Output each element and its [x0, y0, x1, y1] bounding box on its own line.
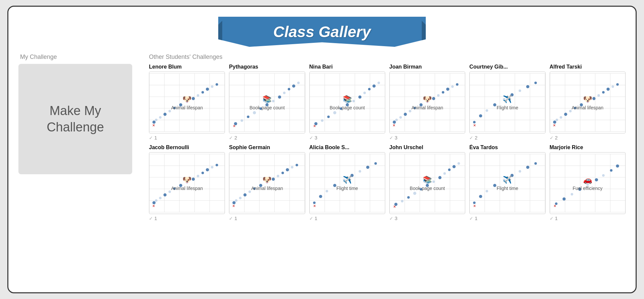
other-students-label: Other Students' Challenges — [149, 54, 626, 61]
student-chart: ×📚Book page count — [229, 72, 305, 133]
svg-point-146 — [592, 97, 595, 100]
svg-point-168 — [163, 193, 166, 196]
student-chart: ×📚Book page count — [389, 152, 465, 214]
student-card[interactable]: Pythagoras×📚Book page count✓2 — [229, 64, 305, 140]
svg-point-44 — [265, 103, 268, 106]
check-icon: ✓ — [389, 216, 393, 221]
student-name: Alicia Boole S... — [309, 144, 385, 151]
svg-point-166 — [155, 199, 158, 202]
svg-point-67 — [333, 111, 336, 114]
svg-point-94 — [413, 107, 416, 109]
svg-point-21 — [197, 94, 199, 97]
student-card[interactable]: Sophie Germain×🐶Animal lifespan✓1 — [229, 144, 305, 221]
svg-point-49 — [292, 85, 295, 88]
svg-point-98 — [437, 94, 440, 97]
svg-point-251 — [453, 165, 456, 168]
svg-point-272 — [519, 170, 521, 173]
svg-point-169 — [168, 191, 171, 193]
svg-point-224 — [350, 174, 353, 177]
svg-point-124 — [535, 82, 537, 84]
svg-point-205 — [296, 164, 298, 167]
student-name: Jacob Bernoulli — [149, 144, 225, 151]
student-card[interactable]: Alfred Tarski×🐶Animal lifespan✓2 — [550, 64, 626, 140]
banner: Class Gallery — [218, 13, 426, 50]
svg-point-294 — [602, 174, 605, 177]
svg-point-119 — [493, 103, 496, 106]
check-count: ✓1 — [229, 215, 305, 221]
svg-point-92 — [404, 113, 407, 116]
svg-point-197 — [253, 187, 256, 190]
svg-point-50 — [297, 82, 300, 84]
svg-point-24 — [211, 85, 214, 88]
student-card[interactable]: Nina Bari×📚Book page count✓3 — [309, 64, 385, 140]
banner-area: Class Gallery — [18, 13, 626, 50]
svg-point-199 — [266, 181, 268, 184]
svg-point-123 — [526, 85, 529, 88]
svg-point-223 — [343, 179, 345, 181]
check-number: 1 — [475, 215, 477, 221]
svg-point-91 — [399, 116, 402, 119]
check-icon: ✓ — [229, 135, 233, 140]
check-number: 1 — [315, 215, 317, 221]
student-card[interactable]: Alicia Boole S...×✈️Flight time✓1 — [309, 144, 385, 221]
svg-point-151 — [616, 83, 619, 86]
check-count: ✓3 — [389, 215, 465, 221]
svg-point-292 — [586, 183, 589, 186]
svg-point-273 — [526, 166, 529, 169]
check-icon: ✓ — [149, 135, 153, 140]
student-card[interactable]: Courtney Gib...×✈️Flight time✓2 — [469, 64, 545, 140]
student-card[interactable]: Joan Birman×🐶Animal lifespan✓3 — [389, 64, 465, 140]
svg-text:×: × — [233, 124, 236, 128]
svg-point-48 — [288, 88, 291, 91]
student-chart: ×🐶Animal lifespan — [229, 152, 305, 214]
svg-point-147 — [597, 94, 600, 97]
student-card[interactable]: John Urschel×📚Book page count✓3 — [389, 144, 465, 221]
student-name: Éva Tardos — [469, 144, 545, 151]
svg-point-17 — [173, 107, 176, 109]
svg-text:×: × — [393, 123, 395, 128]
svg-point-93 — [409, 110, 411, 113]
svg-point-47 — [283, 92, 286, 94]
svg-point-74 — [372, 85, 375, 88]
svg-point-118 — [486, 109, 488, 112]
svg-point-13 — [155, 119, 158, 121]
svg-point-117 — [479, 114, 482, 117]
svg-point-71 — [358, 95, 361, 98]
svg-point-97 — [432, 97, 435, 100]
student-card[interactable]: Jacob Bernoulli×🐶Animal lifespan✓1 — [149, 144, 225, 221]
student-card[interactable]: Éva Tardos×✈️Flight time✓1 — [469, 144, 545, 221]
svg-text:×: × — [553, 123, 555, 128]
svg-point-170 — [173, 187, 176, 190]
student-card[interactable]: Lenore Blum×🐶Animal lifespan✓1 — [149, 64, 225, 140]
banner-title: Class Gallery — [273, 23, 371, 40]
student-chart: ×📚Book page count — [309, 72, 385, 133]
svg-point-221 — [326, 190, 328, 193]
banner-shape: Class Gallery — [218, 17, 426, 47]
svg-point-274 — [535, 162, 537, 165]
svg-point-145 — [586, 100, 589, 103]
check-icon: ✓ — [550, 216, 554, 221]
svg-point-178 — [216, 164, 218, 167]
svg-point-75 — [377, 82, 380, 84]
check-count: ✓2 — [469, 135, 545, 140]
check-count: ✓1 — [149, 135, 225, 140]
student-card[interactable]: Marjorie Rice×🚗Fuel efficiency✓1 — [550, 144, 626, 221]
check-icon: ✓ — [550, 135, 554, 140]
svg-point-68 — [340, 107, 342, 110]
svg-point-247 — [432, 181, 435, 183]
make-my-challenge-box[interactable]: Make My Challenge — [18, 64, 132, 174]
svg-point-225 — [358, 170, 361, 173]
svg-point-69 — [346, 103, 349, 106]
svg-point-267 — [479, 195, 482, 198]
svg-point-143 — [574, 107, 576, 109]
check-icon: ✓ — [309, 216, 313, 221]
svg-point-23 — [206, 88, 209, 91]
svg-point-42 — [253, 111, 256, 114]
svg-point-176 — [206, 168, 209, 171]
svg-point-45 — [272, 100, 275, 103]
svg-point-290 — [571, 193, 573, 196]
svg-point-200 — [272, 178, 275, 181]
svg-point-139 — [556, 119, 558, 121]
student-chart: ×🚗Fuel efficiency — [550, 152, 626, 214]
svg-point-100 — [446, 88, 449, 91]
